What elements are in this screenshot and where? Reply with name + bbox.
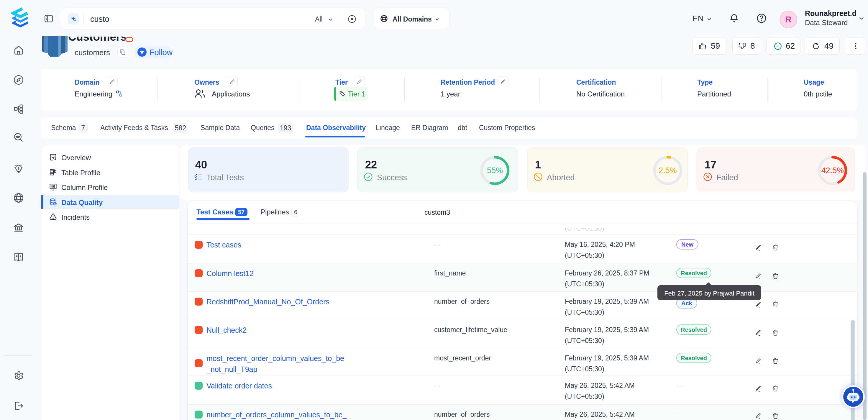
svg-text:42.5%: 42.5% xyxy=(822,166,844,175)
svg-text:2.5%: 2.5% xyxy=(659,166,677,175)
svg-text:55%: 55% xyxy=(487,166,503,175)
